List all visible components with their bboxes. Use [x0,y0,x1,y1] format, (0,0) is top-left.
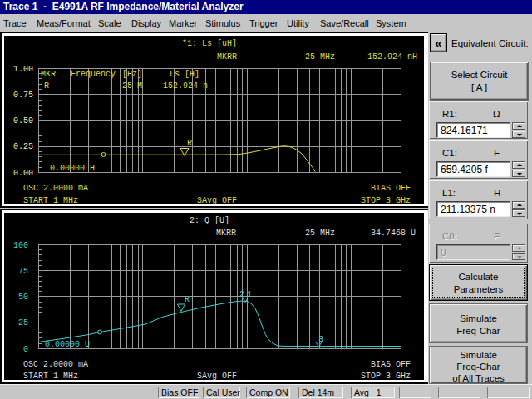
svg-text:SAvg OFF: SAvg OFF [197,196,237,205]
svg-text:Ls [H]: Ls [H] [170,70,200,79]
svg-text:R: R [185,295,190,304]
svg-text:0.50: 0.50 [13,116,33,126]
svg-text:1.00: 1.00 [13,65,33,74]
svg-text:R: R [44,81,49,91]
svg-text:25 M: 25 M [122,81,142,91]
svg-text:R: R [187,139,192,148]
svg-text:0.25: 0.25 [13,142,33,151]
svg-text:STOP 3 GHz: STOP 3 GHz [361,372,411,381]
svg-text:100: 100 [13,241,28,250]
svg-text:152.924 n: 152.924 n [163,81,208,91]
svg-text:152.924 nH: 152.924 nH [367,52,417,62]
svg-text:0: 0 [23,345,28,354]
svg-text:0.00000 U: 0.00000 U [45,340,90,349]
svg-text:75: 75 [18,267,28,276]
svg-text:34.7468 U: 34.7468 U [371,229,416,238]
svg-text:MKR: MKR [41,70,56,79]
svg-text:START 1 MHz: START 1 MHz [23,196,78,205]
svg-text:SAvg OFF: SAvg OFF [197,372,237,381]
svg-text:0.75: 0.75 [13,91,33,100]
svg-text:25 MHz: 25 MHz [305,229,335,238]
svg-text:START 1 MHz: START 1 MHz [23,372,78,381]
svg-text:OSC 2.0000 mA: OSC 2.0000 mA [23,360,88,369]
svg-text:2: Q [U]: 2: Q [U] [190,216,229,225]
svg-text:25 MHz: 25 MHz [305,52,335,62]
svg-text:Frequency: Frequency [71,70,116,79]
svg-text:BIAS OFF: BIAS OFF [371,184,411,193]
svg-text:25: 25 [18,318,28,328]
svg-text:MKRR: MKRR [216,229,236,238]
svg-text:BIAS OFF: BIAS OFF [371,360,411,369]
svg-text:[Hz]: [Hz] [122,70,142,79]
svg-text:OSC 2.0000 mA: OSC 2.0000 mA [23,184,88,193]
svg-text:*1: Ls [uH]: *1: Ls [uH] [182,39,237,48]
svg-text:0.00000 H: 0.00000 H [50,164,95,173]
svg-text:STOP 3 GHz: STOP 3 GHz [361,196,411,205]
svg-text:50: 50 [18,293,28,302]
svg-text:0.00: 0.00 [13,169,33,178]
svg-text:MKRR: MKRR [217,52,237,62]
